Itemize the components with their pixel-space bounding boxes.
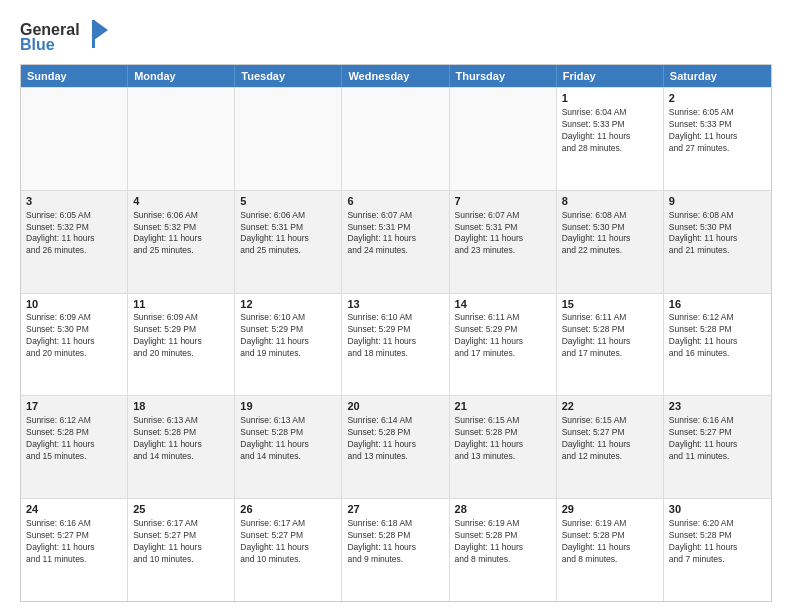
day-number: 30: [669, 502, 766, 517]
cell-info: Sunrise: 6:16 AM Sunset: 5:27 PM Dayligh…: [669, 415, 766, 463]
day-number: 17: [26, 399, 122, 414]
cell-info: Sunrise: 6:07 AM Sunset: 5:31 PM Dayligh…: [347, 210, 443, 258]
day-number: 18: [133, 399, 229, 414]
calendar-cell: 2Sunrise: 6:05 AM Sunset: 5:33 PM Daylig…: [664, 88, 771, 190]
calendar-row: 24Sunrise: 6:16 AM Sunset: 5:27 PM Dayli…: [21, 498, 771, 601]
calendar-cell: 23Sunrise: 6:16 AM Sunset: 5:27 PM Dayli…: [664, 396, 771, 498]
cell-info: Sunrise: 6:17 AM Sunset: 5:27 PM Dayligh…: [240, 518, 336, 566]
day-number: 1: [562, 91, 658, 106]
header-cell-friday: Friday: [557, 65, 664, 87]
calendar-cell: 26Sunrise: 6:17 AM Sunset: 5:27 PM Dayli…: [235, 499, 342, 601]
day-number: 29: [562, 502, 658, 517]
logo-icon: GeneralBlue: [20, 18, 110, 56]
day-number: 7: [455, 194, 551, 209]
day-number: 20: [347, 399, 443, 414]
cell-info: Sunrise: 6:15 AM Sunset: 5:28 PM Dayligh…: [455, 415, 551, 463]
calendar-cell: 17Sunrise: 6:12 AM Sunset: 5:28 PM Dayli…: [21, 396, 128, 498]
calendar-cell: 19Sunrise: 6:13 AM Sunset: 5:28 PM Dayli…: [235, 396, 342, 498]
calendar-header: SundayMondayTuesdayWednesdayThursdayFrid…: [21, 65, 771, 87]
calendar-cell: 21Sunrise: 6:15 AM Sunset: 5:28 PM Dayli…: [450, 396, 557, 498]
header-cell-tuesday: Tuesday: [235, 65, 342, 87]
cell-info: Sunrise: 6:07 AM Sunset: 5:31 PM Dayligh…: [455, 210, 551, 258]
header-cell-wednesday: Wednesday: [342, 65, 449, 87]
header-cell-sunday: Sunday: [21, 65, 128, 87]
calendar-cell: [235, 88, 342, 190]
calendar-cell: [450, 88, 557, 190]
calendar-cell: [342, 88, 449, 190]
day-number: 27: [347, 502, 443, 517]
calendar-cell: [21, 88, 128, 190]
logo: GeneralBlue: [20, 18, 110, 56]
cell-info: Sunrise: 6:11 AM Sunset: 5:29 PM Dayligh…: [455, 312, 551, 360]
day-number: 26: [240, 502, 336, 517]
day-number: 16: [669, 297, 766, 312]
calendar-cell: 30Sunrise: 6:20 AM Sunset: 5:28 PM Dayli…: [664, 499, 771, 601]
calendar-cell: 27Sunrise: 6:18 AM Sunset: 5:28 PM Dayli…: [342, 499, 449, 601]
day-number: 15: [562, 297, 658, 312]
day-number: 28: [455, 502, 551, 517]
day-number: 2: [669, 91, 766, 106]
calendar-cell: 6Sunrise: 6:07 AM Sunset: 5:31 PM Daylig…: [342, 191, 449, 293]
day-number: 24: [26, 502, 122, 517]
day-number: 5: [240, 194, 336, 209]
day-number: 4: [133, 194, 229, 209]
cell-info: Sunrise: 6:19 AM Sunset: 5:28 PM Dayligh…: [562, 518, 658, 566]
cell-info: Sunrise: 6:17 AM Sunset: 5:27 PM Dayligh…: [133, 518, 229, 566]
header: GeneralBlue: [20, 18, 772, 56]
calendar-row: 17Sunrise: 6:12 AM Sunset: 5:28 PM Dayli…: [21, 395, 771, 498]
cell-info: Sunrise: 6:05 AM Sunset: 5:33 PM Dayligh…: [669, 107, 766, 155]
calendar-cell: 13Sunrise: 6:10 AM Sunset: 5:29 PM Dayli…: [342, 294, 449, 396]
header-cell-saturday: Saturday: [664, 65, 771, 87]
calendar-row: 1Sunrise: 6:04 AM Sunset: 5:33 PM Daylig…: [21, 87, 771, 190]
calendar-cell: 28Sunrise: 6:19 AM Sunset: 5:28 PM Dayli…: [450, 499, 557, 601]
day-number: 9: [669, 194, 766, 209]
calendar-cell: 5Sunrise: 6:06 AM Sunset: 5:31 PM Daylig…: [235, 191, 342, 293]
cell-info: Sunrise: 6:08 AM Sunset: 5:30 PM Dayligh…: [669, 210, 766, 258]
calendar-body: 1Sunrise: 6:04 AM Sunset: 5:33 PM Daylig…: [21, 87, 771, 601]
calendar-cell: 8Sunrise: 6:08 AM Sunset: 5:30 PM Daylig…: [557, 191, 664, 293]
header-cell-thursday: Thursday: [450, 65, 557, 87]
calendar-cell: 16Sunrise: 6:12 AM Sunset: 5:28 PM Dayli…: [664, 294, 771, 396]
calendar-row: 3Sunrise: 6:05 AM Sunset: 5:32 PM Daylig…: [21, 190, 771, 293]
cell-info: Sunrise: 6:06 AM Sunset: 5:31 PM Dayligh…: [240, 210, 336, 258]
calendar-cell: 10Sunrise: 6:09 AM Sunset: 5:30 PM Dayli…: [21, 294, 128, 396]
day-number: 3: [26, 194, 122, 209]
page: GeneralBlue SundayMondayTuesdayWednesday…: [0, 0, 792, 612]
calendar-cell: 11Sunrise: 6:09 AM Sunset: 5:29 PM Dayli…: [128, 294, 235, 396]
day-number: 19: [240, 399, 336, 414]
cell-info: Sunrise: 6:06 AM Sunset: 5:32 PM Dayligh…: [133, 210, 229, 258]
calendar-cell: 4Sunrise: 6:06 AM Sunset: 5:32 PM Daylig…: [128, 191, 235, 293]
day-number: 6: [347, 194, 443, 209]
svg-marker-1: [94, 20, 108, 40]
cell-info: Sunrise: 6:13 AM Sunset: 5:28 PM Dayligh…: [133, 415, 229, 463]
calendar-cell: 12Sunrise: 6:10 AM Sunset: 5:29 PM Dayli…: [235, 294, 342, 396]
calendar-cell: 18Sunrise: 6:13 AM Sunset: 5:28 PM Dayli…: [128, 396, 235, 498]
day-number: 11: [133, 297, 229, 312]
cell-info: Sunrise: 6:10 AM Sunset: 5:29 PM Dayligh…: [240, 312, 336, 360]
cell-info: Sunrise: 6:14 AM Sunset: 5:28 PM Dayligh…: [347, 415, 443, 463]
calendar: SundayMondayTuesdayWednesdayThursdayFrid…: [20, 64, 772, 602]
day-number: 21: [455, 399, 551, 414]
day-number: 23: [669, 399, 766, 414]
cell-info: Sunrise: 6:09 AM Sunset: 5:29 PM Dayligh…: [133, 312, 229, 360]
cell-info: Sunrise: 6:18 AM Sunset: 5:28 PM Dayligh…: [347, 518, 443, 566]
header-cell-monday: Monday: [128, 65, 235, 87]
calendar-cell: 3Sunrise: 6:05 AM Sunset: 5:32 PM Daylig…: [21, 191, 128, 293]
day-number: 13: [347, 297, 443, 312]
day-number: 14: [455, 297, 551, 312]
calendar-cell: 9Sunrise: 6:08 AM Sunset: 5:30 PM Daylig…: [664, 191, 771, 293]
day-number: 12: [240, 297, 336, 312]
calendar-row: 10Sunrise: 6:09 AM Sunset: 5:30 PM Dayli…: [21, 293, 771, 396]
cell-info: Sunrise: 6:15 AM Sunset: 5:27 PM Dayligh…: [562, 415, 658, 463]
calendar-cell: 29Sunrise: 6:19 AM Sunset: 5:28 PM Dayli…: [557, 499, 664, 601]
cell-info: Sunrise: 6:16 AM Sunset: 5:27 PM Dayligh…: [26, 518, 122, 566]
calendar-cell: [128, 88, 235, 190]
cell-info: Sunrise: 6:13 AM Sunset: 5:28 PM Dayligh…: [240, 415, 336, 463]
calendar-cell: 24Sunrise: 6:16 AM Sunset: 5:27 PM Dayli…: [21, 499, 128, 601]
cell-info: Sunrise: 6:11 AM Sunset: 5:28 PM Dayligh…: [562, 312, 658, 360]
cell-info: Sunrise: 6:12 AM Sunset: 5:28 PM Dayligh…: [26, 415, 122, 463]
cell-info: Sunrise: 6:04 AM Sunset: 5:33 PM Dayligh…: [562, 107, 658, 155]
calendar-cell: 22Sunrise: 6:15 AM Sunset: 5:27 PM Dayli…: [557, 396, 664, 498]
calendar-cell: 20Sunrise: 6:14 AM Sunset: 5:28 PM Dayli…: [342, 396, 449, 498]
calendar-cell: 15Sunrise: 6:11 AM Sunset: 5:28 PM Dayli…: [557, 294, 664, 396]
